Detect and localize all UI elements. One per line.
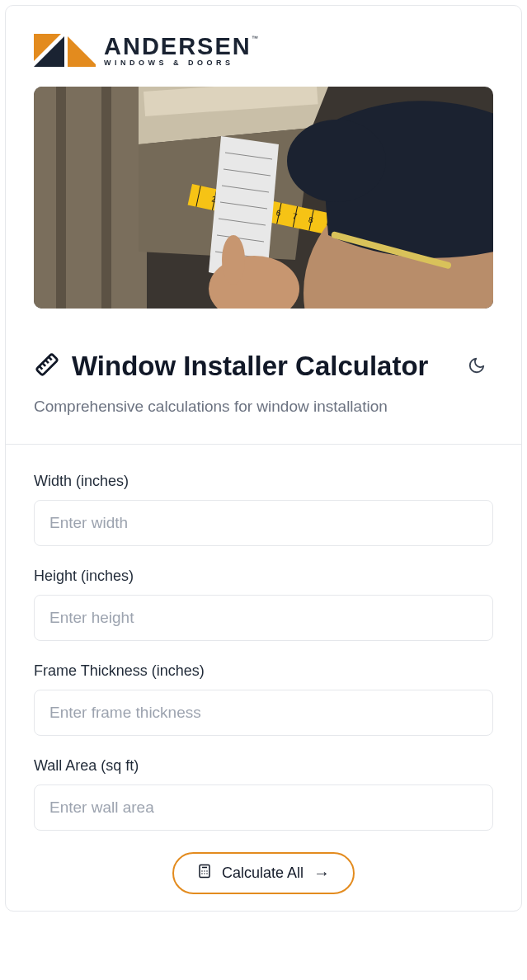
wall-input[interactable] — [34, 784, 493, 831]
ruler-icon — [34, 351, 60, 381]
brand-logo-text: ANDERSEN ™ WINDOWS & DOORS — [104, 35, 258, 67]
hero-image: 234 567 8 — [34, 87, 493, 309]
field-frame: Frame Thickness (inches) — [34, 662, 493, 736]
brand-tagline: WINDOWS & DOORS — [104, 59, 258, 67]
calculate-button-label: Calculate All — [222, 865, 303, 882]
calculate-button[interactable]: Calculate All → — [172, 852, 355, 894]
page-card: ANDERSEN ™ WINDOWS & DOORS — [5, 5, 522, 912]
field-wall: Wall Area (sq ft) — [34, 757, 493, 831]
button-row: Calculate All → — [34, 852, 493, 894]
header-section: ANDERSEN ™ WINDOWS & DOORS — [6, 6, 521, 445]
field-width: Width (inches) — [34, 473, 493, 546]
trademark-symbol: ™ — [252, 35, 258, 42]
frame-label: Frame Thickness (inches) — [34, 662, 493, 680]
title-row: Window Installer Calculator — [34, 350, 493, 383]
svg-rect-5 — [56, 87, 66, 309]
moon-icon — [468, 356, 486, 377]
form-section: Width (inches) Height (inches) Frame Thi… — [6, 445, 521, 911]
frame-input[interactable] — [34, 690, 493, 736]
svg-line-41 — [40, 366, 43, 370]
height-label: Height (inches) — [34, 568, 493, 585]
brand-name: ANDERSEN — [104, 35, 252, 59]
svg-line-43 — [45, 360, 49, 363]
page-subtitle: Comprehensive calculations for window in… — [34, 398, 493, 416]
calculator-icon — [197, 864, 212, 883]
svg-line-44 — [49, 357, 52, 360]
svg-point-38 — [287, 120, 386, 202]
wall-label: Wall Area (sq ft) — [34, 757, 493, 775]
brand-logo-mark — [34, 34, 96, 67]
svg-rect-4 — [34, 87, 147, 309]
title-left: Window Installer Calculator — [34, 351, 428, 382]
svg-line-42 — [42, 363, 45, 366]
field-height: Height (inches) — [34, 568, 493, 641]
arrow-right-icon: → — [313, 864, 330, 883]
width-input[interactable] — [34, 500, 493, 546]
svg-rect-40 — [36, 354, 58, 375]
svg-point-36 — [222, 235, 245, 285]
svg-rect-6 — [101, 87, 111, 309]
page-title: Window Installer Calculator — [72, 351, 428, 382]
svg-marker-2 — [68, 36, 96, 67]
height-input[interactable] — [34, 595, 493, 641]
brand-logo: ANDERSEN ™ WINDOWS & DOORS — [34, 34, 493, 67]
width-label: Width (inches) — [34, 473, 493, 490]
theme-toggle-button[interactable] — [460, 350, 493, 383]
